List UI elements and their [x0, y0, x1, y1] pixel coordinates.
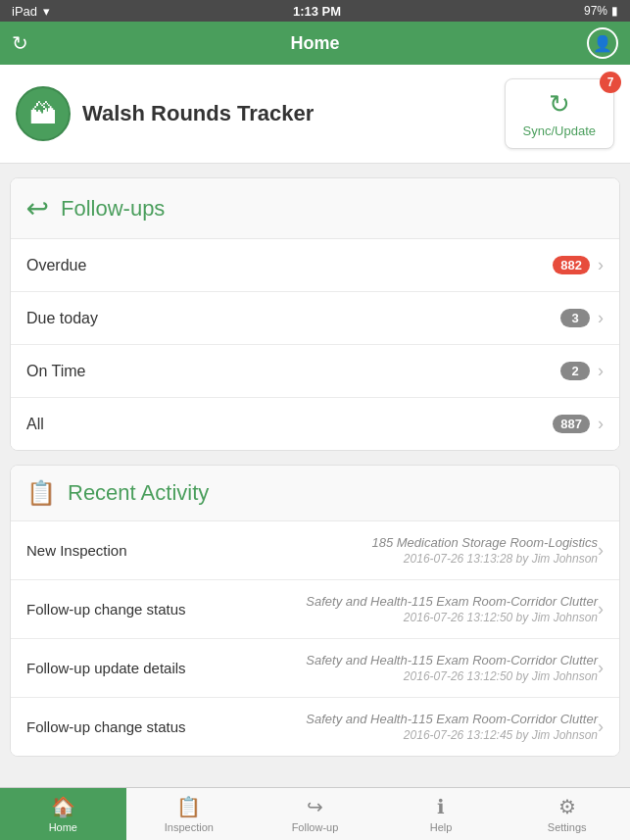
ontime-chevron: ›: [598, 361, 604, 381]
tab-inspection[interactable]: 📋 Inspection: [126, 788, 253, 840]
tab-settings-label: Settings: [548, 821, 587, 833]
status-bar-left: iPad ▾: [12, 4, 50, 19]
status-bar: iPad ▾ 1:13 PM 97% ▮: [0, 0, 630, 22]
tab-home-label: Home: [49, 821, 77, 833]
activity-location-1: 185 Medication Storage Room-Logistics: [371, 535, 598, 550]
duetoday-badge: 3: [560, 309, 590, 327]
refresh-icon[interactable]: ↻: [12, 31, 28, 55]
wifi-icon: ▾: [43, 4, 50, 19]
followup-tab-icon: ↪: [307, 795, 323, 818]
logo-icon: 🏔: [29, 98, 57, 130]
tab-home[interactable]: 🏠 Home: [0, 788, 126, 840]
activity-row-4[interactable]: Follow-up change status Safety and Healt…: [11, 698, 619, 756]
activity-action-1: New Inspection: [26, 542, 127, 559]
followup-overdue-row[interactable]: Overdue 882 ›: [11, 239, 619, 292]
activity-chevron-4: ›: [598, 716, 604, 737]
activity-action-3: Follow-up update details: [26, 660, 186, 676]
battery-label: 97%: [584, 4, 607, 18]
activity-chevron-1: ›: [598, 540, 604, 561]
followups-header: ↪ Follow-ups: [11, 178, 619, 239]
all-badge: 887: [553, 415, 590, 433]
settings-icon: ⚙: [558, 795, 576, 818]
home-icon: 🏠: [51, 795, 75, 818]
tab-inspection-label: Inspection: [165, 821, 214, 833]
help-icon: ℹ: [437, 795, 445, 818]
followup-all-label: All: [26, 416, 44, 433]
tab-help[interactable]: ℹ Help: [378, 788, 505, 840]
activity-location-3: Safety and Health-115 Exam Room-Corridor…: [306, 653, 598, 667]
activity-date-4: 2016-07-26 13:12:45 by Jim Johnson: [404, 728, 598, 742]
app-logo: 🏔: [16, 86, 71, 141]
followups-section: ↪ Follow-ups Overdue 882 › Due today 3 ›…: [10, 177, 620, 451]
tab-bar: 🏠 Home 📋 Inspection ↪ Follow-up ℹ Help ⚙…: [0, 787, 630, 840]
nav-bar: ↻ Home 👤: [0, 22, 630, 65]
activity-row-3[interactable]: Follow-up update details Safety and Heal…: [11, 639, 619, 698]
tab-settings[interactable]: ⚙ Settings: [504, 788, 630, 840]
followups-icon: ↪: [26, 192, 49, 224]
recent-activity-section: 📋 Recent Activity New Inspection 185 Med…: [10, 465, 620, 757]
activity-title: Recent Activity: [68, 480, 209, 506]
activity-chevron-2: ›: [598, 599, 604, 619]
battery-icon: ▮: [611, 4, 618, 18]
followup-duetoday-row[interactable]: Due today 3 ›: [11, 292, 619, 345]
carrier-label: iPad: [12, 4, 37, 19]
overdue-badge: 882: [553, 256, 590, 274]
nav-title: Home: [290, 33, 339, 54]
followup-ontime-row[interactable]: On Time 2 ›: [11, 345, 619, 398]
inspection-icon: 📋: [176, 795, 201, 818]
app-title: Walsh Rounds Tracker: [82, 101, 314, 126]
main-content: 🏔 Walsh Rounds Tracker 7 ↻ Sync/Update ↪…: [0, 65, 630, 829]
followup-ontime-label: On Time: [26, 363, 85, 380]
activity-row-1[interactable]: New Inspection 185 Medication Storage Ro…: [11, 521, 619, 580]
overdue-chevron: ›: [598, 255, 604, 275]
activity-header: 📋 Recent Activity: [11, 466, 619, 521]
followup-duetoday-label: Due today: [26, 310, 98, 327]
activity-location-4: Safety and Health-115 Exam Room-Corridor…: [306, 712, 598, 726]
tab-help-label: Help: [430, 821, 453, 833]
activity-action-4: Follow-up change status: [26, 718, 186, 735]
tab-followup[interactable]: ↪ Follow-up: [252, 788, 378, 840]
duetoday-chevron: ›: [598, 308, 604, 328]
activity-action-2: Follow-up change status: [26, 601, 186, 618]
activity-location-2: Safety and Health-115 Exam Room-Corridor…: [306, 594, 598, 609]
profile-icon[interactable]: 👤: [587, 27, 618, 59]
sync-label: Sync/Update: [523, 124, 596, 138]
ontime-badge: 2: [560, 362, 590, 380]
activity-date-3: 2016-07-26 13:12:50 by Jim Johnson: [404, 669, 598, 683]
activity-icon: 📋: [26, 479, 56, 507]
activity-row-2[interactable]: Follow-up change status Safety and Healt…: [11, 580, 619, 639]
logo-area: 🏔 Walsh Rounds Tracker: [16, 86, 314, 141]
time-display: 1:13 PM: [293, 4, 341, 19]
sync-badge: 7: [600, 72, 621, 93]
activity-date-1: 2016-07-26 13:13:28 by Jim Johnson: [404, 552, 598, 566]
activity-chevron-3: ›: [598, 658, 604, 678]
status-bar-right: 97% ▮: [584, 4, 618, 18]
app-header: 🏔 Walsh Rounds Tracker 7 ↻ Sync/Update: [0, 65, 630, 164]
activity-date-2: 2016-07-26 13:12:50 by Jim Johnson: [404, 611, 598, 624]
followup-overdue-label: Overdue: [26, 257, 86, 274]
followups-title: Follow-ups: [61, 196, 165, 222]
followup-all-row[interactable]: All 887 ›: [11, 398, 619, 450]
tab-followup-label: Follow-up: [292, 821, 339, 833]
sync-icon: ↻: [549, 89, 570, 120]
all-chevron: ›: [598, 414, 604, 434]
sync-update-button[interactable]: 7 ↻ Sync/Update: [505, 78, 614, 149]
